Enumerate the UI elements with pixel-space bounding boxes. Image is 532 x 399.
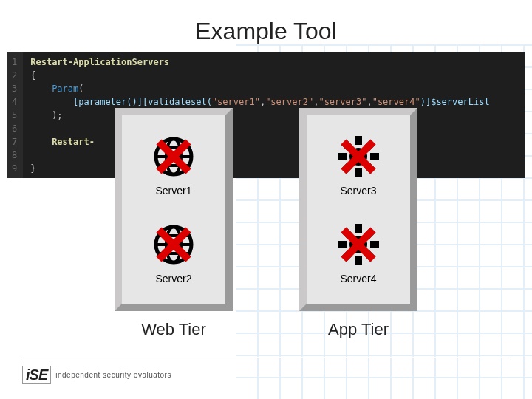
cross-icon bbox=[336, 134, 381, 179]
server-card: Server4 bbox=[307, 222, 410, 284]
server-card: Server1 bbox=[122, 134, 225, 197]
server-label: Server4 bbox=[340, 273, 376, 284]
tier-label: App Tier bbox=[299, 320, 417, 339]
app-tier-box: Server3 bbox=[299, 108, 417, 311]
server-label: Server1 bbox=[155, 185, 191, 197]
cross-icon bbox=[151, 222, 196, 267]
footer-divider bbox=[22, 358, 510, 358]
logo: iSE independent security evaluators bbox=[22, 366, 171, 384]
cross-icon bbox=[151, 134, 196, 179]
cross-icon bbox=[336, 222, 381, 267]
web-tier-box: Server1 Server2 bbox=[115, 108, 233, 311]
app-tier: Server3 bbox=[299, 108, 417, 339]
server-label: Server3 bbox=[340, 185, 376, 197]
web-tier: Server1 Server2 bbox=[115, 108, 233, 339]
tier-label: Web Tier bbox=[115, 320, 233, 339]
logo-text: independent security evaluators bbox=[55, 371, 171, 379]
tier-diagram: Server1 Server2 bbox=[0, 108, 532, 339]
slide-title: Example Tool bbox=[0, 0, 532, 52]
server-label: Server2 bbox=[155, 273, 191, 284]
server-card: Server3 bbox=[307, 134, 410, 197]
server-card: Server2 bbox=[122, 222, 225, 284]
logo-mark: iSE bbox=[22, 366, 51, 384]
